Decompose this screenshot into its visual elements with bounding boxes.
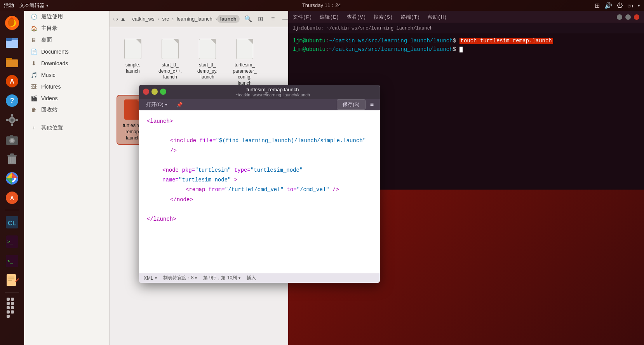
documents-icon: 📄 <box>30 48 37 55</box>
te-close-btn[interactable] <box>143 89 149 95</box>
search-button[interactable]: 🔍 <box>243 14 254 24</box>
te-filepath: ~/catkin_ws/src/learning_launch/launch <box>235 92 310 97</box>
menu-help[interactable]: 帮助(H) <box>428 14 447 21</box>
clion-dock-icon[interactable]: CL <box>3 213 21 231</box>
volume-icon[interactable]: 🔊 <box>604 2 612 9</box>
file-icon-start-tf-cpp <box>161 38 179 60</box>
menu-edit[interactable]: 编辑(E) <box>320 14 339 21</box>
breadcrumb-catkin[interactable]: catkin_ws <box>129 15 158 23</box>
folder-dock-icon[interactable] <box>3 53 21 71</box>
settings-dock-icon[interactable] <box>3 111 21 129</box>
code-line-launch-close: </launch> <box>147 214 372 224</box>
videos-icon: 🎬 <box>30 95 37 102</box>
file-item-start-tf-py[interactable]: start_tf_demo_py.launch <box>192 35 223 89</box>
top-bar: 活动 文本编辑器 ▾ Thursday 11：24 ⊞ 🔊 ⏻ en ▾ <box>0 0 644 11</box>
trash-dock-icon[interactable] <box>3 150 21 168</box>
te-maximize-btn[interactable] <box>160 89 166 95</box>
te-pin-button[interactable]: 📌 <box>172 101 186 109</box>
svg-rect-40 <box>8 279 14 279</box>
code-line-include: <include file="$(find learning_launch)/l… <box>147 136 372 155</box>
sidebar-item-recent[interactable]: 🕐 最近使用 <box>24 11 109 23</box>
file-icon-start-tf-py <box>198 38 217 60</box>
svg-rect-13 <box>11 114 13 117</box>
file-item-simple-launch[interactable]: simple.launch <box>117 35 148 89</box>
sidebar-item-videos[interactable]: 🎬 Videos <box>24 92 109 104</box>
breadcrumb-launch[interactable]: launch <box>217 15 240 23</box>
back-button[interactable]: ‹ <box>113 14 115 24</box>
terminal-minimize-btn[interactable] <box>617 14 622 20</box>
sidebar-item-other[interactable]: + 其他位置 <box>24 122 109 134</box>
breadcrumb-learning[interactable]: learning_launch <box>174 15 216 23</box>
statusbar-position[interactable]: 第 9行，第 10列 ▾ <box>203 275 240 281</box>
te-window-controls <box>143 89 166 95</box>
breadcrumb: catkin_ws › src › learning_launch › laun… <box>129 15 240 23</box>
file-name-simple: simple.launch <box>125 62 140 74</box>
terminal-window-controls <box>617 14 639 20</box>
activities-label[interactable]: 活动 <box>4 2 14 9</box>
updates-dock-icon[interactable]: A <box>3 189 21 207</box>
sidebar-item-music[interactable]: 🎵 Music <box>24 69 109 81</box>
camera-dock-icon[interactable] <box>3 131 21 148</box>
recent-icon: 🕐 <box>30 13 37 20</box>
lang-label[interactable]: en <box>628 3 633 9</box>
text-editor-titlebar: turtlesim_remap.launch ~/catkin_ws/src/l… <box>139 85 380 99</box>
te-save-button[interactable]: 保存(S) <box>337 99 365 110</box>
sidebar-item-downloads[interactable]: ⬇ Downloads <box>24 57 109 69</box>
terminal-body[interactable]: ljm@ubuntu:~/catkin_ws/src/learning_laun… <box>288 33 644 57</box>
te-open-button[interactable]: 打开(O) ▾ <box>142 100 171 109</box>
terminal-maximize-btn[interactable] <box>625 14 631 20</box>
file-manager-sidebar: 🕐 最近使用 🏠 主目录 🖥 桌面 📄 Documents ⬇ Download… <box>24 11 110 345</box>
file-item-turtlesim-param[interactable]: turtlesim_parameter_config.launch <box>229 35 260 89</box>
text-editor-dock-icon[interactable] <box>3 272 21 289</box>
sidebar-item-pictures[interactable]: 🖼 Pictures <box>24 81 109 92</box>
files-dock-icon[interactable] <box>3 33 21 51</box>
up-button[interactable]: ▲ <box>120 14 126 24</box>
desktop-icon: 🖥 <box>30 37 37 44</box>
svg-rect-20 <box>10 135 13 137</box>
menu-file[interactable]: 文件(F) <box>293 14 312 21</box>
firefox-dock-icon[interactable] <box>3 14 21 32</box>
top-bar-left: 活动 文本编辑器 ▾ <box>4 2 49 9</box>
view-toggle-button[interactable]: ⊞ <box>255 14 266 24</box>
terminal-dock-icon[interactable]: >_ <box>3 233 21 251</box>
menu-terminal[interactable]: 终端(T) <box>401 14 420 21</box>
svg-rect-16 <box>15 119 18 121</box>
sidebar-item-home[interactable]: 🏠 主目录 <box>24 23 109 34</box>
help-dock-icon[interactable]: ? <box>3 92 21 110</box>
sidebar-item-documents[interactable]: 📄 Documents <box>24 46 109 57</box>
text-editor-content[interactable]: <launch> <include file="$(find learning_… <box>139 110 380 273</box>
svg-text:>_: >_ <box>7 258 13 264</box>
app-name-label: 文本编辑器 ▾ <box>19 2 49 9</box>
app-grid-icon[interactable] <box>5 296 19 310</box>
menu-view[interactable]: 查看(V) <box>347 14 366 21</box>
te-hamburger-button[interactable]: ≡ <box>367 100 377 109</box>
chrome-dock-icon[interactable] <box>3 169 21 187</box>
menu-button[interactable]: ≡ <box>268 14 278 24</box>
code-line-remap: <remap from="/turtle1/cmd_vel" to="/cmd_… <box>147 185 372 195</box>
user-network-icon: ⊞ <box>595 2 600 9</box>
power-icon[interactable]: ⏻ <box>617 2 623 9</box>
statusbar-tab-width[interactable]: 制表符宽度：8 ▾ <box>163 275 197 281</box>
sidebar-item-trash[interactable]: 🗑 回收站 <box>24 104 109 116</box>
music-icon: 🎵 <box>30 71 37 78</box>
file-name-turtlesim-param: turtlesim_parameter_config.launch <box>233 62 256 86</box>
file-item-start-tf-cpp[interactable]: start_tf_demo_c++.launch <box>155 35 186 89</box>
other-icon: + <box>30 124 37 131</box>
svg-rect-41 <box>8 281 12 281</box>
code-line-blank-2 <box>147 156 372 166</box>
terminal-close-btn[interactable] <box>634 14 639 20</box>
svg-rect-38 <box>7 274 16 286</box>
pictures-icon: 🖼 <box>30 83 37 90</box>
breadcrumb-src[interactable]: src <box>159 15 172 23</box>
te-minimize-btn[interactable] <box>151 89 158 95</box>
menu-search[interactable]: 搜索(S) <box>374 14 393 21</box>
home-icon: 🏠 <box>30 25 37 32</box>
svg-rect-14 <box>11 123 13 126</box>
dock-separator <box>5 210 19 210</box>
terminal2-dock-icon[interactable]: >_ <box>3 252 21 270</box>
statusbar-format[interactable]: XML ▾ <box>144 275 157 281</box>
statusbar-mode: 插入 <box>247 275 256 281</box>
forward-button[interactable]: › <box>116 14 118 24</box>
sidebar-item-desktop[interactable]: 🖥 桌面 <box>24 34 109 46</box>
software-dock-icon[interactable]: A <box>3 72 21 90</box>
